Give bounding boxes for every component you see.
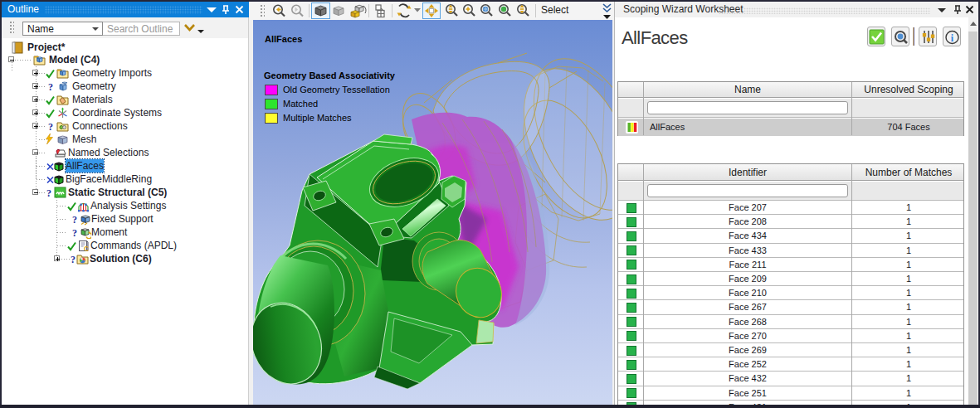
- svg-text:i: i: [951, 32, 954, 44]
- svg-text:C: C: [84, 244, 89, 252]
